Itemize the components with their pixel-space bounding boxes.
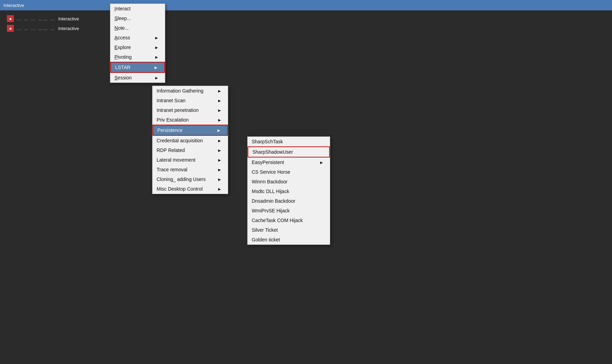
menu-label-msdtc-dll-hijack: Msdtc DLL Hijack	[252, 189, 289, 194]
menu-item-explore[interactable]: Explore ▶	[110, 42, 165, 52]
menu-label-pivoting: Pivoting	[114, 54, 132, 60]
menu-item-cs-service-horse[interactable]: CS Service Horse	[248, 167, 330, 177]
menu-label-dnsadmin-backdoor: Dnsadmin Backdoor	[252, 198, 295, 204]
menu-label-wmiprvse-hijack: WmiPrvSE Hijack	[252, 208, 290, 213]
explore-arrow-icon: ▶	[155, 46, 158, 49]
menu-item-cred-acq[interactable]: Credential acquisition ▶	[152, 136, 228, 145]
context-menu-l3: SharpSchTask SharpShadowUser EasyPersist…	[247, 136, 330, 245]
menu-label-info-gathering: Information Gathering	[157, 88, 203, 94]
lstar-arrow-icon: ▶	[155, 66, 157, 69]
menu-label-session: Session	[114, 75, 132, 80]
menu-item-pivoting[interactable]: Pivoting ▶	[110, 52, 165, 62]
menu-item-easy-persistent[interactable]: EasyPersistent ▶	[248, 157, 330, 167]
menu-item-note[interactable]: Note...	[110, 23, 165, 33]
menu-label-interact: Interact	[114, 6, 131, 11]
menu-label-cachetask-com: CacheTask COM Hijack	[252, 218, 303, 223]
session-type-1: Interactive	[58, 16, 79, 21]
menu-label-cs-service-horse: CS Service Horse	[252, 169, 290, 175]
session-icon-2: ■	[7, 25, 14, 32]
menu-item-dnsadmin-backdoor[interactable]: Dnsadmin Backdoor	[248, 196, 330, 206]
menu-label-sharp-sch-task: SharpSchTask	[252, 139, 283, 144]
menu-label-cred-acq: Credential acquisition	[157, 138, 203, 143]
easy-persistent-arrow-icon: ▶	[320, 161, 323, 164]
menu-item-interact[interactable]: Interact	[110, 4, 165, 13]
menu-label-access: Access	[114, 35, 130, 40]
menu-item-rdp-related[interactable]: RDP Related ▶	[152, 145, 228, 155]
menu-label-lateral-move: Lateral movement	[157, 157, 195, 163]
menu-item-persistence[interactable]: Persistence ▶	[152, 125, 228, 136]
menu-item-silver-ticket[interactable]: Silver Ticket	[248, 225, 330, 235]
menu-item-info-gathering[interactable]: Information Gathering ▶	[152, 86, 228, 96]
menu-label-intranet-pen: Intranet penetration	[157, 107, 198, 113]
title-label: Interactive	[3, 3, 24, 8]
menu-label-lstar: LSTAR	[115, 65, 130, 70]
menu-label-explore: Explore	[114, 45, 131, 50]
menu-item-access[interactable]: Access ▶	[110, 33, 165, 42]
menu-label-priv-esc: Priv Escalation	[157, 117, 189, 123]
session-type-2: Interactive	[58, 26, 79, 31]
pivoting-arrow-icon: ▶	[155, 55, 158, 59]
rdp-related-arrow-icon: ▶	[218, 149, 221, 152]
menu-item-session[interactable]: Session ▶	[110, 73, 165, 83]
menu-item-trace-removal[interactable]: Trace removal ▶	[152, 165, 228, 174]
menu-label-cloning-users: Cloning_ adding Users	[157, 176, 206, 182]
menu-item-msdtc-dll-hijack[interactable]: Msdtc DLL Hijack	[248, 186, 330, 196]
context-menu-l1: Interact Sleep... Note... Access ▶ Explo…	[110, 3, 165, 83]
menu-item-cachetask-com[interactable]: CacheTask COM Hijack	[248, 215, 330, 225]
context-menu-l2: Information Gathering ▶ Intranet Scan ▶ …	[152, 86, 228, 194]
main-area: ■ … … … …… … Interactive ■ … … … …… … In…	[0, 10, 612, 37]
session-dots-1: … … … …… …	[17, 16, 55, 21]
menu-item-priv-esc[interactable]: Priv Escalation ▶	[152, 115, 228, 125]
session-row-2: ■ … … … …… … Interactive	[7, 23, 605, 33]
menu-label-trace-removal: Trace removal	[157, 167, 187, 172]
menu-label-silver-ticket: Silver Ticket	[252, 227, 278, 233]
misc-desktop-arrow-icon: ▶	[218, 187, 221, 191]
menu-label-persistence: Persistence	[157, 127, 183, 133]
cloning-users-arrow-icon: ▶	[218, 178, 221, 181]
menu-item-golden-ticket[interactable]: Golden ticket	[248, 235, 330, 245]
menu-label-intranet-scan: Intranet Scan	[157, 98, 185, 103]
priv-esc-arrow-icon: ▶	[218, 118, 221, 122]
menu-label-easy-persistent: EasyPersistent	[252, 160, 284, 165]
title-bar: Interactive	[0, 0, 612, 10]
menu-item-winrm-backdoor[interactable]: Winrm Backdoor	[248, 177, 330, 186]
menu-item-misc-desktop[interactable]: Misc Desktop Control ▶	[152, 184, 228, 194]
menu-item-lateral-move[interactable]: Lateral movement ▶	[152, 155, 228, 165]
intranet-pen-arrow-icon: ▶	[218, 108, 221, 112]
session-arrow-icon: ▶	[155, 76, 158, 80]
menu-item-sharp-sch-task[interactable]: SharpSchTask	[248, 137, 330, 146]
access-arrow-icon: ▶	[155, 36, 158, 40]
menu-label-misc-desktop: Misc Desktop Control	[157, 186, 203, 192]
menu-item-intranet-pen[interactable]: Intranet penetration ▶	[152, 105, 228, 115]
session-dots-2: … … … …… …	[17, 26, 55, 31]
trace-removal-arrow-icon: ▶	[218, 168, 221, 172]
menu-item-lstar[interactable]: LSTAR ▶	[110, 62, 165, 73]
menu-item-wmiprvse-hijack[interactable]: WmiPrvSE Hijack	[248, 206, 330, 215]
menu-label-sharp-shadow-user: SharpShadowUser	[252, 149, 293, 155]
intranet-scan-arrow-icon: ▶	[218, 99, 221, 103]
menu-label-golden-ticket: Golden ticket	[252, 237, 280, 242]
menu-item-sharp-shadow-user[interactable]: SharpShadowUser	[248, 146, 330, 157]
menu-item-sleep[interactable]: Sleep...	[110, 13, 165, 23]
info-gathering-arrow-icon: ▶	[218, 89, 221, 93]
cred-acq-arrow-icon: ▶	[218, 139, 221, 143]
session-row-1: ■ … … … …… … Interactive	[7, 14, 605, 23]
session-icon-1: ■	[7, 15, 14, 22]
menu-item-intranet-scan[interactable]: Intranet Scan ▶	[152, 96, 228, 105]
lateral-move-arrow-icon: ▶	[218, 158, 221, 162]
menu-label-winrm-backdoor: Winrm Backdoor	[252, 179, 287, 184]
menu-label-sleep: Sleep...	[114, 16, 131, 21]
menu-label-rdp-related: RDP Related	[157, 147, 185, 153]
persistence-arrow-icon: ▶	[217, 128, 220, 132]
menu-item-cloning-users[interactable]: Cloning_ adding Users ▶	[152, 174, 228, 184]
menu-label-note: Note...	[114, 25, 129, 31]
